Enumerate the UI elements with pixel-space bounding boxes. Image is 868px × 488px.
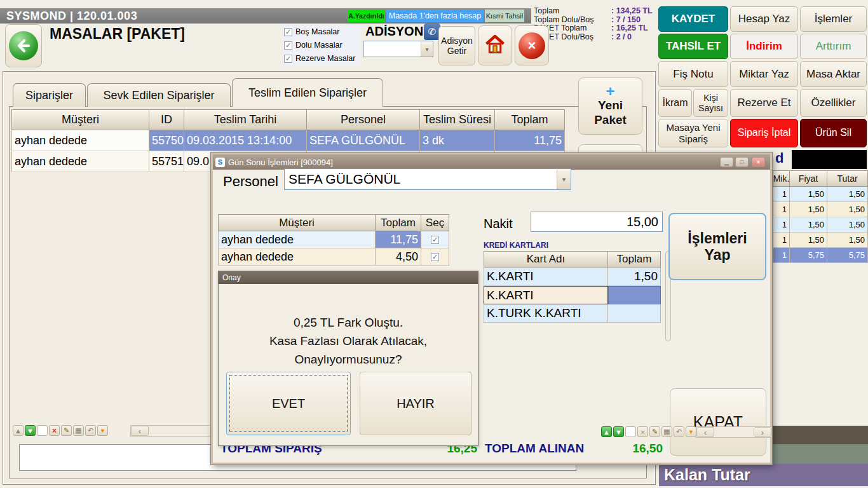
table-row[interactable]: 1 1,50 1,50: [773, 187, 868, 202]
col-header[interactable]: Mik.: [773, 170, 790, 187]
filter-dolu-masalar[interactable]: ✓ Dolu Masalar: [284, 41, 342, 50]
checkbox-checked-icon[interactable]: ✓: [284, 41, 292, 50]
plus-icon: +: [606, 85, 614, 98]
table-row[interactable]: ayhan dedede 55750 09.03.2015 13:14:00 S…: [11, 130, 565, 151]
col-header[interactable]: Fiyat: [790, 170, 827, 187]
home-button[interactable]: [478, 25, 512, 65]
col-header[interactable]: ID: [149, 109, 184, 130]
new-record-icon[interactable]: [37, 425, 48, 436]
table-row[interactable]: 1 1,50 1,50: [773, 202, 868, 217]
table-row[interactable]: ayhan dedede 4,50 ✓: [218, 248, 449, 266]
move-down-icon[interactable]: ▼: [613, 426, 624, 437]
col-header[interactable]: Müşteri: [218, 214, 376, 231]
chevron-down-icon[interactable]: ▾: [421, 41, 433, 57]
undo-icon[interactable]: ↶: [85, 425, 96, 436]
col-header[interactable]: Seç: [421, 214, 449, 231]
save-record-icon[interactable]: ▦: [73, 425, 84, 436]
checkbox-checked-icon[interactable]: ✓: [284, 28, 292, 36]
urun-sil-button[interactable]: Ürün Sil: [800, 119, 867, 147]
adisyon-combobox[interactable]: ▾: [363, 41, 433, 57]
col-header[interactable]: Teslim Tarihi: [184, 109, 307, 130]
move-up-icon[interactable]: ▲: [601, 426, 612, 437]
ikram-button[interactable]: İkram: [658, 89, 692, 117]
col-header[interactable]: Kart Adı: [484, 251, 608, 268]
tab-teslim-edilen-siparisler[interactable]: Teslim Edilen Siparişler: [232, 78, 383, 107]
evet-button[interactable]: EVET: [226, 372, 351, 435]
masa-aktar-button[interactable]: Masa Aktar: [800, 61, 867, 87]
tab-sevk-edilen-siparisler[interactable]: Sevk Edilen Siparişler: [87, 83, 231, 107]
close-window-button[interactable]: ×: [515, 25, 549, 65]
yeni-paket-button[interactable]: + Yeni Paket: [578, 78, 642, 135]
col-header[interactable]: Tutar: [827, 170, 868, 187]
delete-record-icon[interactable]: ×: [49, 425, 60, 436]
chevron-down-icon[interactable]: ▾: [557, 169, 571, 189]
onay-confirm-dialog: Onay 0,25 TL Fark Oluştu. Kasa Fazlası O…: [218, 271, 478, 446]
edit-record-icon[interactable]: ✎: [61, 425, 72, 436]
table-row[interactable]: ayhan dedede 11,75 ✓: [218, 231, 449, 248]
kapat-button[interactable]: KAPAT: [670, 388, 766, 456]
customers-table: Müşteri Toplam Seç ayhan dedede 11,75 ✓ …: [218, 214, 449, 266]
tahsil-et-button[interactable]: TAHSİL ET: [658, 34, 728, 59]
scroll-right-icon[interactable]: ›: [754, 427, 771, 437]
miktar-yaz-button[interactable]: Miktar Yaz: [730, 61, 798, 87]
partial-label: d: [775, 150, 783, 166]
col-header[interactable]: Personel: [307, 109, 420, 130]
filter-label: Boş Masalar: [295, 27, 339, 36]
back-button[interactable]: [5, 24, 42, 67]
delete-record-icon[interactable]: ×: [637, 426, 648, 437]
ozellikler-button[interactable]: Özellikler: [800, 89, 867, 117]
move-up-icon[interactable]: ▲: [13, 425, 24, 436]
cards-toolbar: ▲▼×✎▦↶▼: [601, 426, 698, 438]
table-row[interactable]: K.KARTI 1,50: [484, 268, 661, 286]
filter-funnel-icon[interactable]: ▼: [97, 425, 108, 436]
checkbox-checked-icon[interactable]: ✓: [431, 253, 439, 261]
table-row[interactable]: K.KARTI: [484, 286, 661, 304]
dialog-titlebar[interactable]: S Gün Sonu İşlemleri [900094] ▁ □ ×: [213, 154, 770, 170]
table-row[interactable]: 1 1,50 1,50: [773, 233, 868, 248]
app-title: SYSMOND | 120.01.003: [6, 10, 137, 23]
table-row-selected[interactable]: 1 5,75 5,75: [773, 248, 868, 263]
col-header[interactable]: Teslim Süresi: [420, 109, 495, 130]
hayir-button[interactable]: HAYIR: [360, 372, 471, 435]
new-record-icon[interactable]: [625, 426, 636, 437]
cards-table: Kart Adı Toplam K.KARTI 1,50 K.KARTI K.T…: [484, 251, 661, 323]
tab-siparisler[interactable]: Siparişler: [13, 83, 86, 107]
edit-record-icon[interactable]: ✎: [649, 426, 660, 437]
col-header[interactable]: Toplam: [608, 251, 661, 268]
filter-rezerve-masalar[interactable]: ✓ Rezerve Masalar: [284, 54, 355, 63]
undo-icon[interactable]: ↶: [674, 426, 684, 437]
filter-bos-masalar[interactable]: ✓ Boş Masalar: [284, 27, 339, 36]
kaydet-button[interactable]: KAYDET: [658, 6, 728, 32]
islemleri-yap-button[interactable]: İşlemleri Yap: [668, 213, 766, 280]
kisi-sayisi-button[interactable]: Kişi Sayısı: [693, 89, 728, 117]
arttirim-button[interactable]: Arttırım: [800, 34, 867, 59]
hesap-yaz-button[interactable]: Hesap Yaz: [730, 6, 798, 32]
masaya-yeni-siparis-button[interactable]: Masaya Yeni Sipariş: [658, 119, 728, 147]
personel-combobox[interactable]: SEFA GÜLGÖNÜL ▾: [284, 168, 571, 190]
checkbox-checked-icon[interactable]: ✓: [431, 236, 439, 244]
siparis-iptal-button[interactable]: Sipariş İptal: [730, 119, 798, 147]
col-header[interactable]: Müşteri: [11, 109, 149, 130]
islemler-button[interactable]: İşlemler: [800, 6, 867, 32]
confirm-titlebar[interactable]: Onay: [219, 271, 478, 284]
adisyon-getir-button[interactable]: Adisyon Getir: [438, 26, 475, 65]
dialog-hscrollbar[interactable]: ‹ ›: [696, 426, 772, 438]
dialog-title: Gün Sonu İşlemleri [900094]: [228, 158, 333, 167]
checkbox-checked-icon[interactable]: ✓: [284, 55, 292, 63]
nakit-input[interactable]: [531, 212, 663, 232]
indirim-button[interactable]: İndirim: [730, 34, 798, 59]
filter-funnel-icon[interactable]: ▼: [686, 426, 696, 437]
col-header[interactable]: Toplam: [495, 109, 565, 130]
scroll-left-icon[interactable]: ‹: [131, 426, 149, 436]
rezerve-et-button[interactable]: Rezerve Et: [730, 89, 798, 117]
close-icon[interactable]: ×: [752, 157, 765, 167]
save-record-icon[interactable]: ▦: [661, 426, 672, 437]
maximize-icon[interactable]: □: [735, 157, 749, 167]
move-down-icon[interactable]: ▼: [25, 425, 36, 436]
col-header[interactable]: Toplam: [376, 214, 421, 231]
table-row[interactable]: K.TURK K.KARTI: [484, 304, 661, 323]
minimize-icon[interactable]: ▁: [720, 157, 733, 167]
table-row[interactable]: 1 1,50 1,50: [773, 217, 868, 233]
scroll-left-icon[interactable]: ‹: [696, 427, 714, 437]
fis-notu-button[interactable]: Fiş Notu: [658, 61, 728, 87]
